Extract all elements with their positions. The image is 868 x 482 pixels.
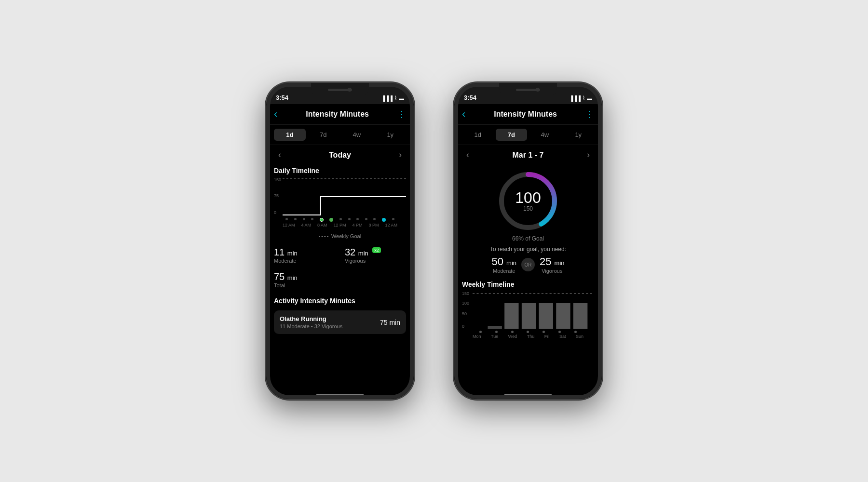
week-dot bbox=[558, 331, 561, 333]
home-indicator-2 bbox=[504, 394, 552, 396]
phone-2-content: ‹ Intensity Minutes ⋮ 1d 7d 4w 1y ‹ Mar … bbox=[454, 104, 602, 399]
tab2-4w[interactable]: 4w bbox=[529, 129, 561, 141]
activity-list-item[interactable]: Olathe Running 11 Moderate • 32 Vigorous… bbox=[274, 310, 406, 334]
next-period-1[interactable]: › bbox=[394, 150, 406, 160]
x-label: 8 PM bbox=[368, 223, 379, 228]
wx-label: Mon bbox=[473, 334, 481, 339]
phone-1: 3:54 ▐▐▐ ⌇ ▬ ‹ Intensity Minutes ⋮ 1d 7d bbox=[265, 82, 415, 400]
dot bbox=[356, 218, 359, 220]
x-label: 12 AM bbox=[283, 223, 295, 228]
next-period-2[interactable]: › bbox=[583, 150, 594, 160]
goal-moderate-value: 50 min bbox=[491, 255, 516, 268]
tab-1d[interactable]: 1d bbox=[274, 129, 306, 141]
tab-4w[interactable]: 4w bbox=[341, 129, 373, 141]
activity-minutes: 75 min bbox=[380, 319, 400, 326]
svg-rect-6 bbox=[522, 303, 536, 329]
tab-1y[interactable]: 1y bbox=[375, 129, 407, 141]
ring-center: 100 150 bbox=[515, 190, 541, 212]
ring-container: 100 150 66% of Goal To reach your goal, … bbox=[454, 165, 602, 279]
prev-period-1[interactable]: ‹ bbox=[274, 150, 285, 160]
header-title-1: Intensity Minutes bbox=[306, 110, 369, 119]
more-button-2[interactable]: ⋮ bbox=[585, 109, 594, 120]
tab-bar-2: 1d 7d 4w 1y bbox=[454, 125, 602, 145]
dot-active bbox=[329, 218, 333, 222]
goal-vigorous-value: 25 min bbox=[540, 255, 565, 268]
phone-1-content: ‹ Intensity Minutes ⋮ 1d 7d 4w 1y ‹ Toda… bbox=[266, 104, 414, 399]
vigorous-label: Vigorous bbox=[345, 258, 406, 264]
week-dot bbox=[479, 331, 482, 333]
back-button-2[interactable]: ‹ bbox=[462, 108, 465, 120]
period-header-1: ‹ Today › bbox=[266, 145, 414, 165]
notch bbox=[311, 83, 369, 96]
wy-label-0: 0 bbox=[462, 324, 464, 329]
back-button-1[interactable]: ‹ bbox=[274, 108, 277, 120]
more-button-1[interactable]: ⋮ bbox=[397, 109, 406, 120]
x-labels: 12 AM 4 AM 8 AM 12 PM 4 PM 8 PM 12 AM bbox=[274, 223, 406, 228]
battery-icon: ▬ bbox=[399, 95, 404, 101]
svg-rect-8 bbox=[556, 303, 570, 329]
wx-label: Wed bbox=[508, 334, 517, 339]
total-value: 75 min bbox=[274, 271, 406, 282]
phone-2-header: ‹ Intensity Minutes ⋮ bbox=[454, 104, 602, 125]
activity-name: Olathe Running bbox=[280, 315, 342, 322]
stats-row-1: 11 min Moderate 32 min x2 Vigorous bbox=[266, 242, 414, 268]
wx-label: Thu bbox=[527, 334, 535, 339]
or-badge: OR bbox=[521, 258, 535, 271]
x-label: 12 PM bbox=[333, 223, 346, 228]
dot bbox=[303, 218, 305, 220]
activity-detail: 11 Moderate • 32 Vigorous bbox=[280, 323, 342, 329]
progress-ring: 100 150 bbox=[497, 170, 559, 232]
wifi-icon-2: ⌇ bbox=[583, 95, 585, 101]
dot bbox=[294, 218, 297, 220]
daily-chart-svg bbox=[283, 177, 406, 216]
tab-7d[interactable]: 7d bbox=[308, 129, 339, 141]
svg-rect-4 bbox=[488, 326, 502, 329]
svg-rect-7 bbox=[539, 303, 553, 329]
wx-label: Sat bbox=[559, 334, 566, 339]
goal-options: 50 min Moderate OR 25 min Vigorous bbox=[491, 255, 564, 274]
phone-2-scroll[interactable]: ‹ Intensity Minutes ⋮ 1d 7d 4w 1y ‹ Mar … bbox=[454, 104, 602, 399]
ring-value: 100 bbox=[515, 190, 541, 205]
status-time: 3:54 bbox=[276, 94, 288, 101]
wy-label-100: 100 bbox=[462, 301, 469, 306]
battery-icon-2: ▬ bbox=[587, 95, 592, 101]
dot bbox=[373, 218, 376, 220]
moderate-label: Moderate bbox=[274, 258, 335, 264]
total-label: Total bbox=[274, 282, 406, 288]
dot bbox=[285, 218, 288, 220]
dot bbox=[311, 218, 313, 220]
dot bbox=[392, 218, 394, 220]
x-label: 4 AM bbox=[301, 223, 311, 228]
tab2-1d[interactable]: 1d bbox=[462, 129, 494, 141]
wy-label-150: 150 bbox=[462, 291, 469, 296]
home-indicator-1 bbox=[316, 394, 364, 396]
vigorous-value: 32 min x2 bbox=[345, 247, 406, 258]
signal-icon-2: ▐▐▐ bbox=[570, 95, 581, 101]
phones-container: 3:54 ▐▐▐ ⌇ ▬ ‹ Intensity Minutes ⋮ 1d 7d bbox=[265, 82, 603, 400]
tab2-7d[interactable]: 7d bbox=[496, 129, 528, 141]
y-label-75: 75 bbox=[274, 193, 279, 198]
status-time-2: 3:54 bbox=[464, 94, 476, 101]
weekly-goal-text: Weekly Goal bbox=[331, 233, 361, 239]
week-dot bbox=[511, 331, 514, 333]
x-label: 12 AM bbox=[385, 223, 397, 228]
stat-vigorous: 32 min x2 Vigorous bbox=[345, 247, 406, 264]
tab-bar-1: 1d 7d 4w 1y bbox=[266, 125, 414, 145]
wy-label-50: 50 bbox=[462, 311, 467, 316]
week-dot bbox=[542, 331, 545, 333]
prev-period-2[interactable]: ‹ bbox=[462, 150, 474, 160]
phone-1-scroll[interactable]: ‹ Intensity Minutes ⋮ 1d 7d 4w 1y ‹ Toda… bbox=[266, 104, 414, 399]
svg-rect-9 bbox=[573, 303, 587, 329]
tab2-1y[interactable]: 1y bbox=[563, 129, 595, 141]
phone-1-header: ‹ Intensity Minutes ⋮ bbox=[266, 104, 414, 125]
goal-vigorous-option: 25 min Vigorous bbox=[540, 255, 565, 274]
dot-active-cyan bbox=[382, 218, 386, 222]
phone-2: 3:54 ▐▐▐ ⌇ ▬ ‹ Intensity Minutes ⋮ 1d 7d bbox=[453, 82, 603, 400]
header-title-2: Intensity Minutes bbox=[494, 110, 557, 119]
signal-icon: ▐▐▐ bbox=[381, 95, 393, 101]
status-icons-2: ▐▐▐ ⌇ ▬ bbox=[570, 95, 592, 101]
svg-rect-5 bbox=[504, 303, 518, 329]
goal-reach-label: To reach your goal, you need: bbox=[490, 246, 566, 253]
weekly-x-labels: Mon Tue Wed Thu Fri Sat Sun bbox=[462, 334, 594, 339]
ring-goal: 150 bbox=[515, 205, 541, 212]
